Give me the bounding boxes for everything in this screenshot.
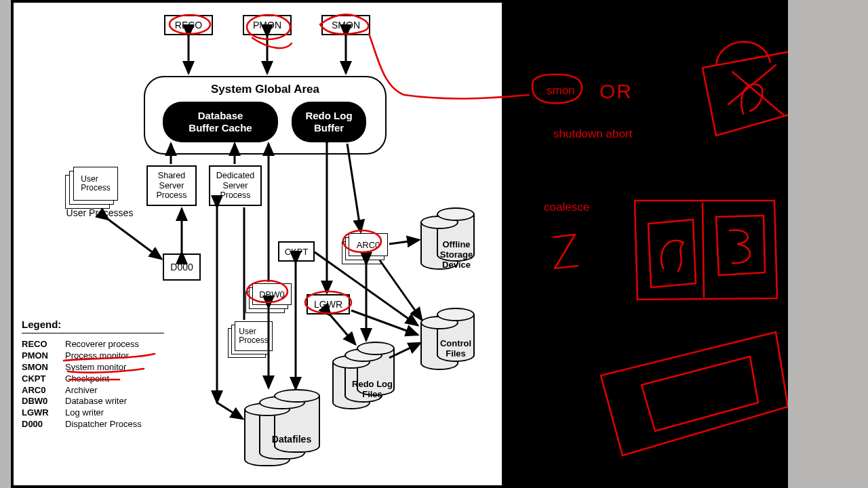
pmon-label: PMON: [253, 20, 281, 30]
legend-row: LGWRLog writer: [22, 407, 164, 419]
ckpt-label: CKPT: [285, 247, 309, 257]
dbw0-box: DBW0: [252, 283, 292, 305]
lgwr-box: LGWR: [307, 294, 350, 314]
svg-line-17: [389, 240, 419, 244]
legend-title: Legend:: [22, 319, 164, 330]
d000-box: D000: [163, 253, 201, 281]
redo-log-label: Redo Log Files: [342, 380, 403, 400]
legend-row: ARC0Archiver: [22, 385, 164, 396]
stage-canvas: RECO PMON SMON System Global Area Databa…: [11, 0, 788, 488]
user-process-small-box: User Process: [235, 321, 273, 351]
pmon-box: PMON: [243, 15, 292, 35]
redo-log-buffer: Redo Log Buffer: [292, 102, 366, 142]
sga-title: System Global Area: [145, 83, 385, 96]
ann-shutdown: shutdown abort: [553, 127, 632, 141]
db-buffer-cache: Database Buffer Cache: [163, 102, 278, 142]
shared-server-box: Shared Server Process: [146, 165, 197, 206]
svg-line-15: [331, 316, 355, 344]
ann-coalesce: coalesce: [544, 201, 589, 214]
control-files-label: Control Files: [429, 339, 483, 359]
svg-line-16: [351, 310, 418, 335]
sga-container: System Global Area Database Buffer Cache…: [144, 76, 387, 155]
user-processes-caption: User Processes: [56, 207, 144, 218]
smon-box: SMON: [321, 15, 370, 35]
user-process-box: User Process: [73, 167, 118, 201]
ann-smon: smon: [547, 84, 575, 98]
svg-line-5: [108, 220, 161, 259]
legend-row: DBW0Database writer: [22, 396, 164, 407]
architecture-diagram: RECO PMON SMON System Global Area Databa…: [14, 3, 502, 485]
svg-line-18: [380, 260, 422, 320]
smon-label: SMON: [332, 20, 360, 30]
legend-row: RECORecoverer process: [22, 339, 164, 350]
ann-or: OR: [599, 80, 633, 103]
legend-row: SMONSystem monitor: [22, 362, 164, 373]
legend-row: D000Dispatcher Process: [22, 419, 164, 430]
offline-storage-label: Offline Storage Device: [426, 240, 487, 270]
legend: Legend: RECORecoverer process PMONProces…: [22, 319, 164, 430]
reco-label: RECO: [175, 20, 202, 30]
datafiles-label: Datafiles: [258, 434, 326, 445]
legend-row: PMONProcess monitor: [22, 350, 164, 362]
svg-line-21: [347, 144, 361, 232]
legend-row: CKPTCheckpoint: [22, 373, 164, 385]
svg-line-8: [217, 403, 243, 419]
arc0-box: ARC0: [349, 233, 388, 256]
dedicated-server-box: Dedicated Server Process: [209, 165, 262, 206]
lgwr-label: LGWR: [314, 299, 342, 310]
ckpt-box: CKPT: [278, 241, 315, 262]
d000-label: D000: [170, 262, 193, 272]
reco-box: RECO: [164, 15, 213, 35]
